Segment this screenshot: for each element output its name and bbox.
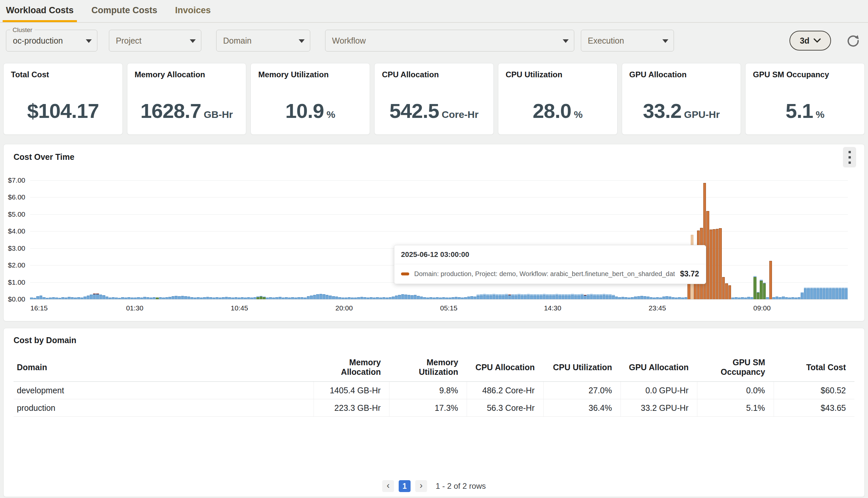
chart-bar[interactable]	[266, 298, 269, 299]
chart-bar[interactable]	[68, 297, 71, 299]
chart-bar[interactable]	[819, 288, 823, 299]
chart-bar[interactable]	[653, 298, 656, 299]
chart-bar[interactable]	[65, 298, 68, 299]
chart-bar[interactable]	[631, 297, 634, 299]
chart-bar[interactable]	[647, 297, 650, 299]
chart-bar[interactable]	[650, 297, 653, 299]
chart-bar[interactable]	[571, 294, 574, 299]
tab-compute-costs[interactable]: Compute Costs	[88, 0, 161, 22]
chart-bar[interactable]	[404, 294, 407, 299]
chart-bar[interactable]	[361, 297, 363, 299]
chart-bar[interactable]	[213, 298, 216, 299]
chart-bar[interactable]	[62, 297, 64, 299]
chart-bar[interactable]	[131, 298, 134, 299]
chart-bar[interactable]	[709, 230, 713, 299]
chart-bar[interactable]	[385, 298, 389, 299]
chart-bar[interactable]	[640, 296, 643, 299]
chart-bar[interactable]	[552, 294, 555, 299]
chart-bar[interactable]	[741, 297, 744, 299]
chart-bar[interactable]	[222, 297, 225, 299]
chart-bar[interactable]	[445, 298, 448, 299]
chart-bar[interactable]	[338, 297, 341, 299]
chart-bar[interactable]	[250, 298, 253, 299]
chart-bar[interactable]	[115, 298, 118, 299]
chart-bar[interactable]	[515, 294, 517, 299]
chart-bar[interactable]	[231, 298, 234, 299]
chart-bar[interactable]	[165, 297, 168, 299]
chart-bar[interactable]	[175, 296, 178, 299]
chart-bar[interactable]	[665, 296, 668, 299]
chart-bar[interactable]	[342, 298, 344, 299]
chart-bar[interactable]	[540, 294, 543, 299]
chart-bar[interactable]	[426, 298, 429, 299]
workflow-select[interactable]: Workflow	[325, 30, 574, 52]
chart-bar[interactable]	[382, 297, 385, 299]
chart-bar[interactable]	[788, 298, 791, 299]
chart-bar[interactable]	[599, 294, 602, 299]
chart-bar[interactable]	[373, 298, 376, 299]
chart-bar[interactable]	[719, 228, 722, 299]
chart-bar[interactable]	[681, 298, 684, 299]
chart-bar[interactable]	[307, 296, 310, 299]
chart-bar[interactable]	[778, 297, 782, 299]
chart-bar[interactable]	[492, 294, 496, 299]
chart-bar[interactable]	[398, 295, 401, 299]
chart-bar[interactable]	[269, 297, 272, 299]
chart-bar[interactable]	[596, 294, 599, 299]
chart-bar[interactable]	[451, 297, 455, 299]
chart-bar[interactable]	[612, 295, 615, 299]
chart-bar[interactable]	[241, 297, 244, 299]
chart-bar[interactable]	[524, 294, 527, 299]
chart-bar[interactable]	[772, 297, 775, 299]
chart-bar[interactable]	[238, 298, 241, 299]
chart-bar[interactable]	[408, 295, 410, 299]
next-page-button[interactable]: ›	[415, 480, 427, 492]
chart-bar[interactable]	[71, 297, 74, 299]
chart-bar[interactable]	[470, 296, 473, 299]
chart-bar[interactable]	[99, 294, 102, 299]
chart-bar[interactable]	[439, 298, 442, 299]
chart-bar[interactable]	[323, 294, 325, 299]
chart-bar[interactable]	[744, 298, 747, 299]
chart-bar[interactable]	[795, 298, 797, 299]
chart-bar[interactable]	[90, 294, 93, 299]
project-select[interactable]: Project	[109, 30, 201, 52]
chart-bar[interactable]	[483, 294, 486, 299]
chart-bar[interactable]	[807, 288, 810, 299]
chart-bar[interactable]	[310, 296, 313, 299]
chart-bar[interactable]	[285, 297, 288, 299]
chart-bar[interactable]	[533, 294, 536, 299]
chart-bar[interactable]	[329, 296, 332, 299]
chart-bar[interactable]	[429, 297, 432, 299]
chart-bar[interactable]	[279, 297, 282, 299]
chart-bar[interactable]	[147, 297, 149, 299]
chart-bar[interactable]	[43, 297, 45, 299]
chart-bar[interactable]	[618, 297, 621, 299]
chart-bar[interactable]	[480, 294, 483, 299]
chart-bar[interactable]	[747, 297, 750, 299]
chart-bar[interactable]	[508, 294, 511, 299]
chart-bar[interactable]	[335, 297, 338, 299]
chart-bar[interactable]	[555, 294, 558, 299]
chart-bar[interactable]	[609, 294, 612, 299]
chart-bar[interactable]	[162, 298, 165, 299]
chart-bar[interactable]	[49, 298, 52, 299]
chart-bar[interactable]	[496, 294, 499, 299]
chart-bar[interactable]	[344, 298, 348, 299]
chart-bar[interactable]	[304, 298, 307, 299]
chart-bar[interactable]	[156, 298, 159, 299]
chart-bar[interactable]	[181, 296, 184, 299]
chart-bar[interactable]	[738, 298, 741, 299]
chart-bar[interactable]	[461, 298, 464, 299]
chart-bar[interactable]	[565, 294, 568, 299]
chart-bar[interactable]	[124, 298, 127, 299]
chart-bar[interactable]	[247, 297, 250, 299]
chart-bar[interactable]	[593, 294, 596, 299]
chart-bar[interactable]	[83, 297, 86, 299]
chart-bar[interactable]	[401, 294, 404, 299]
chart-bar[interactable]	[436, 297, 439, 299]
chart-bar[interactable]	[106, 297, 109, 299]
chart-bar[interactable]	[190, 297, 193, 299]
tab-workload-costs[interactable]: Workload Costs	[3, 0, 77, 22]
chart-bar[interactable]	[643, 296, 647, 299]
